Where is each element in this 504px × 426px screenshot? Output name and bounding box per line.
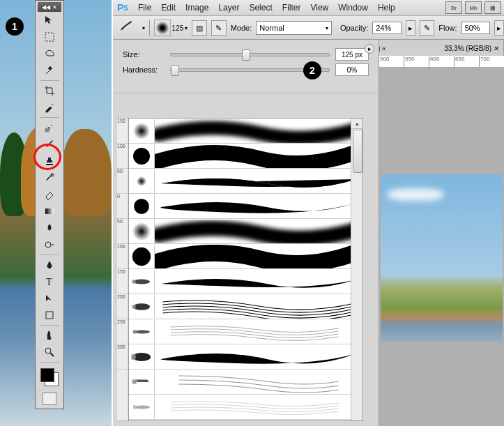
brush-list-item[interactable] <box>129 319 362 344</box>
brush-tip-icon <box>129 270 155 294</box>
zoom-tool-icon[interactable] <box>41 344 58 360</box>
crop-tool-icon[interactable] <box>41 83 58 98</box>
brush-stroke-preview <box>155 169 362 193</box>
pen-tool-icon[interactable] <box>41 257 58 273</box>
annotation-badge-1: 1 <box>6 17 24 36</box>
brush-stroke-preview <box>155 245 362 268</box>
panel-flyout-icon[interactable]: ▸ <box>365 44 374 54</box>
blur-tool-icon[interactable] <box>41 220 58 236</box>
palette-header[interactable]: ◀◀ ✕ <box>38 2 61 12</box>
menu-select[interactable]: Select <box>249 3 272 13</box>
separator <box>40 117 59 118</box>
hand-tool-icon[interactable] <box>41 328 58 343</box>
marquee-tool-icon[interactable] <box>41 29 58 45</box>
brush-list-item[interactable] <box>129 395 362 420</box>
brush-panel-toggle[interactable]: ▥ <box>192 20 207 36</box>
separator <box>40 325 59 326</box>
brush-list-item[interactable] <box>129 144 362 169</box>
separator <box>149 20 150 36</box>
tutorial-left-column: ◀◀ ✕ T <box>0 0 112 426</box>
caret-icon[interactable]: ▾ <box>142 25 145 31</box>
brush-panel-header: ▸ Size: 125 px Hardness: 0% <box>113 40 379 93</box>
brush-list-item[interactable] <box>129 370 362 395</box>
minibridge-button[interactable]: Mb <box>465 1 482 14</box>
brush-list-item[interactable] <box>129 344 362 370</box>
flow-flyout[interactable]: ▸ <box>494 20 504 36</box>
opacity-flyout[interactable]: ▸ <box>406 20 415 36</box>
svg-point-18 <box>135 330 150 333</box>
brush-list-item[interactable] <box>129 269 362 294</box>
blend-mode-dropdown[interactable]: Normal▾ <box>256 21 332 35</box>
quickmask-button[interactable] <box>43 393 56 405</box>
opacity-field[interactable]: 24% <box>372 22 402 34</box>
menu-file[interactable]: File <box>138 3 151 13</box>
brush-tip-icon <box>129 220 155 243</box>
tab-collapse-icon[interactable]: « <box>382 45 386 52</box>
svg-rect-21 <box>132 354 136 359</box>
flow-field[interactable]: 50% <box>461 22 491 34</box>
lasso-tool-icon[interactable] <box>41 46 58 61</box>
color-swatch[interactable] <box>40 368 59 386</box>
brush-list-item[interactable] <box>129 244 362 269</box>
eraser-tool-icon[interactable] <box>41 187 58 202</box>
menu-help[interactable]: Help <box>378 3 395 13</box>
move-tool-icon[interactable] <box>41 13 58 28</box>
brush-stroke-preview <box>155 144 362 168</box>
brush-tip-icon <box>129 119 155 143</box>
menu-window[interactable]: Window <box>338 3 368 13</box>
pressure-opacity-button[interactable]: ✎ <box>420 20 435 36</box>
history-brush-tool-icon[interactable] <box>41 170 58 185</box>
healing-brush-tool-icon[interactable] <box>41 120 58 135</box>
photo-cloud <box>388 188 443 201</box>
menu-layer[interactable]: Layer <box>218 3 239 13</box>
brush-list-item[interactable] <box>129 294 362 319</box>
type-tool-icon[interactable]: T <box>41 274 58 289</box>
svg-point-14 <box>133 279 150 284</box>
scroll-thumb[interactable] <box>353 130 362 173</box>
scroll-up-icon[interactable]: ▴ <box>351 119 362 129</box>
slider-thumb[interactable] <box>242 50 250 61</box>
menu-filter[interactable]: Filter <box>282 3 301 13</box>
brush-preset-picker[interactable]: 125 ▾ <box>154 20 188 36</box>
tool-preset-icon[interactable] <box>119 21 138 35</box>
menu-image[interactable]: Image <box>185 3 208 13</box>
menu-edit[interactable]: Edit <box>161 3 176 13</box>
brush-list[interactable]: ▴ <box>128 118 363 421</box>
photo-tree <box>63 129 112 216</box>
svg-point-23 <box>135 405 150 409</box>
app-icon[interactable]: PS <box>117 2 128 13</box>
shape-tool-icon[interactable] <box>41 307 58 323</box>
brush-tip-icon <box>129 245 155 268</box>
hardness-value[interactable]: 0% <box>335 63 369 76</box>
eyedropper-tool-icon[interactable] <box>41 100 58 115</box>
menu-view[interactable]: View <box>310 3 328 13</box>
separator <box>40 362 59 363</box>
wand-tool-icon[interactable] <box>41 63 58 78</box>
dodge-tool-icon[interactable] <box>41 237 58 252</box>
document-tab-title[interactable]: 33,3% (RGB/8) <box>388 45 491 52</box>
annotation-circle <box>33 144 61 170</box>
size-label: Size: <box>123 50 165 59</box>
brush-stroke-preview <box>155 395 362 419</box>
tools-palette[interactable]: ◀◀ ✕ T <box>35 0 64 409</box>
bridge-button[interactable]: Br <box>445 1 462 14</box>
arrange-button[interactable]: ▦ <box>484 1 501 14</box>
brush-list-item[interactable] <box>129 194 362 219</box>
brush-list-item[interactable] <box>129 119 362 144</box>
slider-thumb[interactable] <box>171 65 179 76</box>
brush-preview-icon <box>154 20 171 36</box>
scrollbar[interactable]: ▴ <box>351 119 362 420</box>
annotation-badge-2: 2 <box>303 61 321 79</box>
tab-close-icon[interactable]: ✕ <box>494 45 499 52</box>
brush-list-item[interactable] <box>129 219 362 244</box>
brush-list-item[interactable] <box>129 169 362 194</box>
size-slider[interactable] <box>170 53 330 56</box>
canvas-image[interactable] <box>381 174 503 342</box>
size-value[interactable]: 125 px <box>335 48 369 61</box>
path-select-tool-icon[interactable] <box>41 291 58 306</box>
tablet-pressure-button[interactable]: ✎ <box>211 20 227 36</box>
foreground-color[interactable] <box>40 368 54 382</box>
brush-stroke-preview <box>155 195 362 218</box>
brush-list-ruler: 150 100 50 0 50 100 150 200 250 300 <box>116 118 128 421</box>
gradient-tool-icon[interactable] <box>41 204 58 219</box>
